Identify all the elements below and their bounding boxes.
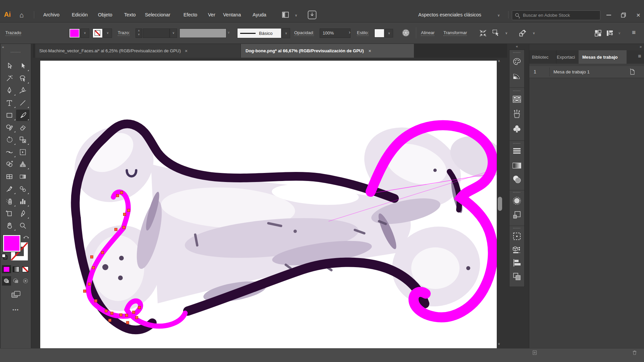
- workspace-layout-icon[interactable]: [606, 29, 614, 39]
- stroke-panel-icon[interactable]: [509, 147, 524, 155]
- chevron-down-icon[interactable]: ∨: [533, 31, 535, 35]
- default-fill-stroke-icon[interactable]: [2, 254, 8, 261]
- tool-blend[interactable]: [16, 183, 30, 195]
- scroll-down-icon[interactable]: ∨: [498, 342, 500, 346]
- tab-exportacion[interactable]: Exportaci: [555, 50, 580, 64]
- graphic-styles-panel-icon[interactable]: [509, 210, 524, 220]
- expand-panels-icon[interactable]: «: [516, 44, 518, 48]
- panel-grip[interactable]: ▪▪▪▪▪▪▪▪: [1, 51, 31, 54]
- edit-contents-icon[interactable]: [519, 29, 527, 39]
- canvas-area[interactable]: ∧ ∨: [33, 58, 507, 348]
- control-panel-menu-icon[interactable]: ≡: [632, 29, 636, 36]
- stroke-weight-stepper[interactable]: ∧ ∨: [136, 28, 142, 38]
- close-window-button[interactable]: ×: [633, 10, 643, 20]
- tool-mesh[interactable]: [3, 171, 16, 182]
- tool-rectangle[interactable]: [3, 110, 16, 121]
- tool-width[interactable]: [3, 146, 16, 158]
- chevron-down-icon[interactable]: ∨: [618, 31, 621, 35]
- color-guide-panel-icon[interactable]: [509, 71, 524, 80]
- draw-normal-mode-button[interactable]: [2, 276, 11, 286]
- brushes-panel-icon[interactable]: [509, 110, 524, 119]
- close-icon[interactable]: ×: [185, 48, 187, 54]
- fill-color-dropdown[interactable]: ∨: [80, 28, 89, 38]
- tab-mesas-de-trabajo[interactable]: Mesas de trabajo: [579, 50, 627, 64]
- selection-type-label[interactable]: Trazado: [5, 30, 21, 36]
- swap-fill-stroke-icon[interactable]: [23, 234, 30, 242]
- brush-definition-dropdown[interactable]: [179, 28, 226, 38]
- panel-grip[interactable]: ▪▪▪▪▪▪: [509, 51, 524, 54]
- arrange-documents-icon[interactable]: [282, 11, 289, 19]
- tool-pen[interactable]: [3, 85, 16, 96]
- app-logo[interactable]: Ai: [4, 11, 11, 18]
- pathfinder-panel-icon[interactable]: [509, 272, 524, 281]
- menu-texto[interactable]: Texto: [124, 12, 136, 17]
- menu-edicion[interactable]: Edición: [72, 12, 88, 17]
- color-mode-button[interactable]: [2, 265, 11, 273]
- align-label[interactable]: Alinear: [421, 30, 434, 36]
- tool-direct-selection[interactable]: [16, 60, 30, 72]
- touch-workspace-icon[interactable]: [308, 10, 317, 21]
- fill-swatch[interactable]: [3, 235, 21, 252]
- tool-paintbrush[interactable]: [16, 110, 30, 121]
- tool-rotate[interactable]: [3, 134, 16, 145]
- panel-menu-icon[interactable]: ≡: [638, 53, 641, 59]
- none-mode-button[interactable]: [21, 265, 30, 273]
- profile-dropdown-button[interactable]: ∨: [282, 28, 290, 38]
- menu-efecto[interactable]: Efecto: [183, 12, 197, 17]
- artboard-row[interactable]: 1 Mesa de trabajo 1: [529, 66, 644, 78]
- collapse-panel-icon[interactable]: »: [640, 45, 642, 49]
- panel-grip[interactable]: ▪▪▪▪▪▪: [509, 142, 524, 145]
- variable-width-profile-dropdown[interactable]: Básico: [237, 28, 281, 38]
- stroke-weight-input[interactable]: [143, 28, 170, 38]
- chevron-down-icon[interactable]: ∨: [227, 31, 230, 34]
- appearance-panel-icon[interactable]: [509, 196, 524, 205]
- edit-toolbar-button[interactable]: •••: [1, 307, 31, 312]
- tool-column-graph[interactable]: [16, 196, 30, 207]
- menu-ayuda[interactable]: Ayuda: [253, 12, 266, 17]
- transform-label[interactable]: Transformar: [443, 30, 467, 36]
- style-label[interactable]: Estilo:: [357, 30, 369, 36]
- stroke-color-dropdown[interactable]: ∨: [103, 28, 112, 38]
- document-tab-active[interactable]: Dog-bone.png* al 66,67% (RGB/Previsualiz…: [241, 44, 414, 58]
- menu-seleccionar[interactable]: Seleccionar: [145, 12, 170, 17]
- tool-magic-wand[interactable]: [3, 73, 16, 84]
- gradient-panel-icon[interactable]: [509, 162, 524, 169]
- menu-ventana[interactable]: Ventana: [223, 12, 241, 17]
- chevron-down-icon[interactable]: ∨: [505, 31, 507, 35]
- tool-symbol-sprayer[interactable]: [3, 196, 16, 207]
- artboard-options-icon[interactable]: [630, 68, 635, 76]
- scroll-up-icon[interactable]: ∧: [498, 59, 500, 63]
- tool-selection[interactable]: [3, 60, 16, 72]
- color-panel-icon[interactable]: [509, 57, 524, 66]
- select-similar-objects-icon[interactable]: [492, 29, 500, 39]
- draw-inside-mode-button[interactable]: [21, 276, 30, 286]
- tool-artboard[interactable]: [3, 208, 16, 219]
- tab-bibliotecas[interactable]: Bibliotec: [529, 50, 556, 64]
- screen-mode-button[interactable]: [9, 289, 23, 300]
- panel-grip[interactable]: ▪▪▪▪▪▪: [509, 191, 524, 194]
- close-icon[interactable]: ×: [369, 48, 371, 54]
- stroke-weight-label[interactable]: Trazo:: [118, 30, 130, 36]
- collapse-panel-icon[interactable]: «: [2, 45, 4, 49]
- search-input[interactable]: Buscar en Adobe Stock: [512, 10, 600, 20]
- minimize-button[interactable]: [604, 10, 614, 20]
- panel-grip[interactable]: ▪▪▪▪▪▪: [509, 227, 524, 230]
- swatches-panel-icon[interactable]: [509, 96, 524, 103]
- document-arrange-icon[interactable]: [594, 29, 602, 39]
- tool-scale[interactable]: [16, 134, 30, 145]
- style-swatch[interactable]: [374, 29, 384, 38]
- opacity-input[interactable]: 100%: [320, 28, 351, 38]
- style-dropdown[interactable]: ∨: [385, 29, 393, 38]
- symbols-panel-icon[interactable]: [509, 124, 524, 134]
- tool-type[interactable]: [3, 97, 16, 109]
- tool-line-segment[interactable]: [16, 97, 30, 109]
- align-panel-icon[interactable]: [509, 258, 524, 267]
- libraries-3d-panel-icon[interactable]: [509, 245, 524, 255]
- gradient-mode-button[interactable]: [11, 265, 20, 273]
- opacity-options-arrow[interactable]: ›: [349, 29, 351, 35]
- tool-shape-builder[interactable]: [3, 159, 16, 170]
- tool-zoom[interactable]: [16, 220, 30, 231]
- menu-objeto[interactable]: Objeto: [98, 12, 112, 17]
- opacity-label[interactable]: Opacidad:: [294, 30, 314, 36]
- tool-shaper[interactable]: [3, 122, 16, 133]
